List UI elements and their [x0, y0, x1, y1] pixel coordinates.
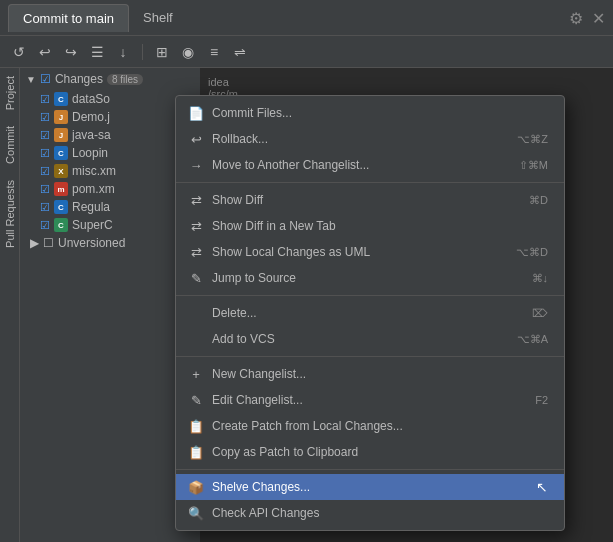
show-diff-label: Show Diff	[212, 193, 521, 207]
context-menu: 📄 Commit Files... ↩ Rollback... ⌥⌘Z → Mo…	[175, 95, 565, 531]
gear-icon[interactable]: ⚙	[569, 8, 583, 27]
rollback-label: Rollback...	[212, 132, 509, 146]
tab-shelf[interactable]: Shelf	[129, 4, 187, 31]
jump-to-source-shortcut: ⌘↓	[532, 272, 549, 285]
menu-item-jump-to-source[interactable]: ✎ Jump to Source ⌘↓	[176, 265, 564, 291]
file-item-pomxm[interactable]: ☑ m pom.xm	[20, 180, 200, 198]
download-button[interactable]: ↓	[112, 41, 134, 63]
menu-item-show-diff[interactable]: ⇄ Show Diff ⌘D	[176, 187, 564, 213]
menu-item-show-diff-new-tab[interactable]: ⇄ Show Diff in a New Tab	[176, 213, 564, 239]
file-name-miscxm: misc.xm	[72, 164, 116, 178]
show-local-uml-icon: ⇄	[188, 244, 204, 260]
changes-checkbox[interactable]: ☑	[40, 72, 51, 86]
menu-item-copy-patch[interactable]: 📋 Copy as Patch to Clipboard	[176, 439, 564, 465]
menu-item-new-changelist[interactable]: + New Changelist...	[176, 361, 564, 387]
menu-item-rollback[interactable]: ↩ Rollback... ⌥⌘Z	[176, 126, 564, 152]
file-checkbox-demoj[interactable]: ☑	[40, 111, 50, 124]
edit-changelist-shortcut: F2	[535, 394, 548, 406]
menu-item-commit-files[interactable]: 📄 Commit Files...	[176, 100, 564, 126]
expand-arrow: ▼	[26, 74, 36, 85]
menu-item-shelve-changes[interactable]: 📦 Shelve Changes... ↖	[176, 474, 564, 500]
move-changelist-icon: →	[188, 157, 204, 173]
file-name-superc: SuperC	[72, 218, 113, 232]
new-changelist-icon: +	[188, 366, 204, 382]
menu-item-add-to-vcs[interactable]: Add to VCS ⌥⌘A	[176, 326, 564, 352]
shelve-changes-icon: 📦	[188, 479, 204, 495]
file-checkbox-regula[interactable]: ☑	[40, 201, 50, 214]
unversioned-label: Unversioned	[58, 236, 125, 250]
check-api-icon: 🔍	[188, 505, 204, 521]
undo-button[interactable]: ↩	[34, 41, 56, 63]
side-labels: Project Commit Pull Requests	[0, 68, 20, 542]
menu-item-check-api-changes[interactable]: 🔍 Check API Changes	[176, 500, 564, 526]
toolbar: ↺ ↩ ↪ ☰ ↓ ⊞ ◉ ≡ ⇌	[0, 36, 613, 68]
create-patch-icon: 📋	[188, 418, 204, 434]
close-icon[interactable]: ✕	[592, 8, 605, 27]
menu-item-delete[interactable]: Delete... ⌦	[176, 300, 564, 326]
file-item-demoj[interactable]: ☑ J Demo.j	[20, 108, 200, 126]
grid-button[interactable]: ⊞	[151, 41, 173, 63]
menu-item-move-changelist[interactable]: → Move to Another Changelist... ⇧⌘M	[176, 152, 564, 178]
show-diff-new-tab-icon: ⇄	[188, 218, 204, 234]
file-item-dataso[interactable]: ☑ C dataSo	[20, 90, 200, 108]
sidebar-item-commit[interactable]: Commit	[2, 118, 18, 172]
eye-button[interactable]: ◉	[177, 41, 199, 63]
delete-shortcut: ⌦	[532, 307, 548, 320]
shelve-changes-label: Shelve Changes...	[212, 480, 520, 494]
show-diff-shortcut: ⌘D	[529, 194, 548, 207]
check-api-label: Check API Changes	[212, 506, 548, 520]
changes-header[interactable]: ▼ ☑ Changes 8 files	[20, 68, 200, 90]
toolbar-separator-1	[142, 44, 143, 60]
menu-item-create-patch[interactable]: 📋 Create Patch from Local Changes...	[176, 413, 564, 439]
sidebar-item-project[interactable]: Project	[2, 68, 18, 118]
sidebar-item-pull-requests[interactable]: Pull Requests	[2, 172, 18, 256]
show-diff-icon: ⇄	[188, 192, 204, 208]
file-checkbox-javasa[interactable]: ☑	[40, 129, 50, 142]
delete-icon	[188, 305, 204, 321]
file-icon-demoj: J	[54, 110, 68, 124]
file-checkbox-pomxm[interactable]: ☑	[40, 183, 50, 196]
file-checkbox-superc[interactable]: ☑	[40, 219, 50, 232]
file-icon-javasa: J	[54, 128, 68, 142]
menu-item-show-local-uml[interactable]: ⇄ Show Local Changes as UML ⌥⌘D	[176, 239, 564, 265]
unversioned-item[interactable]: ▶ ☐ Unversioned	[20, 234, 200, 252]
file-name-regula: Regula	[72, 200, 110, 214]
main-panel: Commit to main Shelf ⚙ ✕ ↺ ↩ ↪ ☰ ↓ ⊞ ◉ ≡…	[0, 0, 613, 542]
redo-button[interactable]: ↪	[60, 41, 82, 63]
menu-separator-1	[176, 182, 564, 183]
file-item-regula[interactable]: ☑ C Regula	[20, 198, 200, 216]
move-changelist-label: Move to Another Changelist...	[212, 158, 511, 172]
menu-item-edit-changelist[interactable]: ✎ Edit Changelist... F2	[176, 387, 564, 413]
edit-changelist-icon: ✎	[188, 392, 204, 408]
cursor-pointer: ↖	[536, 479, 548, 495]
refresh-button[interactable]: ↺	[8, 41, 30, 63]
tab-shelf-label: Shelf	[143, 10, 173, 25]
menu-separator-4	[176, 469, 564, 470]
show-local-uml-label: Show Local Changes as UML	[212, 245, 508, 259]
file-item-loopin[interactable]: ☑ C Loopin	[20, 144, 200, 162]
file-item-miscxm[interactable]: ☑ X misc.xm	[20, 162, 200, 180]
file-name-demoj: Demo.j	[72, 110, 110, 124]
tab-commit-label: Commit to main	[23, 11, 114, 26]
file-name-dataso: dataSo	[72, 92, 110, 106]
add-to-vcs-shortcut: ⌥⌘A	[517, 333, 548, 346]
file-checkbox-loopin[interactable]: ☑	[40, 147, 50, 160]
file-item-javasa[interactable]: ☑ J java-sa	[20, 126, 200, 144]
tab-bar: Commit to main Shelf ⚙ ✕	[0, 0, 613, 36]
rollback-shortcut: ⌥⌘Z	[517, 133, 548, 146]
file-item-superc[interactable]: ☑ C SuperC	[20, 216, 200, 234]
tab-commit[interactable]: Commit to main	[8, 4, 129, 32]
commit-files-icon: 📄	[188, 105, 204, 121]
file-name-pomxm: pom.xm	[72, 182, 115, 196]
list-button[interactable]: ☰	[86, 41, 108, 63]
menu-separator-3	[176, 356, 564, 357]
show-local-uml-shortcut: ⌥⌘D	[516, 246, 548, 259]
rollback-icon: ↩	[188, 131, 204, 147]
file-checkbox-miscxm[interactable]: ☑	[40, 165, 50, 178]
file-name-loopin: Loopin	[72, 146, 108, 160]
filter-button[interactable]: ≡	[203, 41, 225, 63]
unversioned-checkbox[interactable]: ☐	[43, 236, 54, 250]
file-checkbox-dataso[interactable]: ☑	[40, 93, 50, 106]
swap-button[interactable]: ⇌	[229, 41, 251, 63]
copy-patch-label: Copy as Patch to Clipboard	[212, 445, 548, 459]
